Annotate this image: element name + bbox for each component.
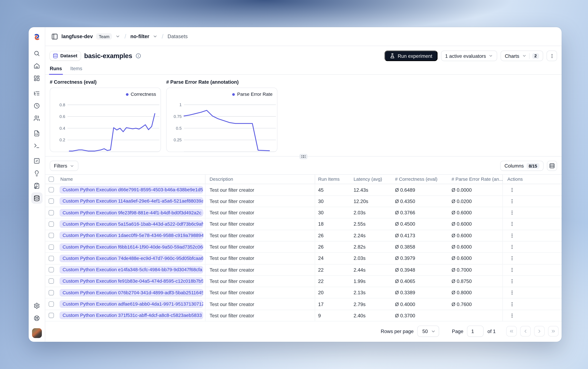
breadcrumb-section[interactable]: Datasets <box>167 34 188 39</box>
row-checkbox[interactable] <box>49 267 54 272</box>
table-row[interactable]: Custom Python Execution 1daec0f9-5e78-43… <box>45 230 562 242</box>
table-row[interactable]: Custom Python Execution 9fe23f98-881e-44… <box>45 207 562 219</box>
run-name-link[interactable]: Custom Python Execution 076b2704-341d-48… <box>60 289 203 297</box>
row-checkbox[interactable] <box>49 278 54 284</box>
filters-button[interactable]: Filters <box>50 161 78 171</box>
table-row[interactable]: Custom Python Execution f6bb1614-1f90-40… <box>45 241 562 253</box>
last-page-button[interactable] <box>548 326 559 337</box>
sidebar-item-support[interactable] <box>31 312 42 324</box>
breadcrumb-project[interactable]: no-filter <box>130 34 149 39</box>
row-actions-button[interactable] <box>507 242 517 252</box>
table-row[interactable]: Custom Python Execution 114aa9ef-29e6-4e… <box>45 196 562 207</box>
sidebar-item-evaluators[interactable] <box>31 155 42 166</box>
table-row[interactable]: Custom Python Execution fe91b83e-04a5-47… <box>45 276 562 287</box>
row-height-button[interactable] <box>547 161 557 171</box>
next-page-button[interactable] <box>534 326 545 337</box>
run-experiment-button[interactable]: Run experiment <box>384 51 438 61</box>
breadcrumb-org[interactable]: langfuse-dev <box>61 34 93 39</box>
columns-button[interactable]: Columns 8/15 <box>500 161 544 171</box>
row-checkbox[interactable] <box>49 256 54 261</box>
run-name-link[interactable]: Custom Python Execution f6bb1614-1f90-40… <box>60 243 203 251</box>
panel-left-toggle-icon[interactable] <box>51 33 58 40</box>
row-checkbox[interactable] <box>49 301 54 307</box>
row-actions-button[interactable] <box>507 231 517 240</box>
table-row[interactable]: Custom Python Execution 076b2704-341d-48… <box>45 287 562 299</box>
active-evaluators-button[interactable]: 1 active evaluators <box>441 51 497 61</box>
section-divider <box>45 156 562 156</box>
row-checkbox[interactable] <box>49 210 54 215</box>
row-checkbox[interactable] <box>49 221 54 227</box>
row-actions-button[interactable] <box>507 185 517 195</box>
kebab-menu-icon <box>509 256 515 261</box>
sidebar-item-search[interactable] <box>31 48 42 59</box>
row-actions-button[interactable] <box>507 288 517 297</box>
sidebar-item-playground[interactable] <box>31 140 42 151</box>
chart-title: # Correctness (eval) <box>50 79 161 85</box>
row-actions-button[interactable] <box>507 219 517 229</box>
row-checkbox[interactable] <box>49 244 54 250</box>
sidebar-item-tracing[interactable] <box>31 87 42 99</box>
row-checkbox[interactable] <box>49 199 54 204</box>
chevron-down-icon[interactable] <box>153 34 157 39</box>
kebab-menu-icon <box>509 301 515 307</box>
info-icon[interactable] <box>136 53 141 59</box>
row-actions-button[interactable] <box>507 300 517 309</box>
row-actions-button[interactable] <box>507 265 517 274</box>
page-title: basic-examples <box>84 52 132 60</box>
row-checkbox[interactable] <box>49 233 54 238</box>
table-row[interactable]: Custom Python Execution 371f531c-abff-4d… <box>45 310 562 321</box>
page-number-input[interactable] <box>467 326 484 337</box>
run-name-link[interactable]: Custom Python Execution 371f531c-abff-4d… <box>60 312 203 319</box>
sidebar-item-sessions[interactable] <box>31 100 42 111</box>
resize-drag-handle[interactable] <box>300 154 307 159</box>
run-name-link[interactable]: Custom Python Execution 5a15a616-1bab-44… <box>60 220 203 228</box>
run-name-link[interactable]: Custom Python Execution adfae619-abb0-4d… <box>60 300 203 308</box>
select-all-checkbox[interactable] <box>49 177 54 182</box>
sidebar-item-insights[interactable] <box>31 168 42 179</box>
run-name-link[interactable]: Custom Python Execution e14fa348-5cfc-49… <box>60 266 203 274</box>
run-name-link[interactable]: Custom Python Execution d66e7991-8595-45… <box>60 186 203 194</box>
page-more-actions-button[interactable] <box>547 51 557 61</box>
row-checkbox[interactable] <box>49 290 54 295</box>
sidebar-item-prompts[interactable] <box>31 127 42 139</box>
kebab-menu-icon <box>509 313 515 318</box>
run-name-link[interactable]: Custom Python Execution 114aa9ef-29e6-4e… <box>60 197 203 205</box>
row-actions-button[interactable] <box>507 197 517 206</box>
first-page-button[interactable] <box>506 326 517 337</box>
sidebar-item-home[interactable] <box>31 60 42 71</box>
sidebar-item-annotation[interactable] <box>31 180 42 191</box>
user-avatar[interactable] <box>32 328 42 338</box>
langfuse-logo[interactable] <box>33 33 41 41</box>
run-name-link[interactable]: Custom Python Execution 1daec0f9-5e78-43… <box>60 232 203 239</box>
tab-items[interactable]: Items <box>70 66 82 74</box>
chevron-down-icon <box>489 53 493 58</box>
run-name-link[interactable]: Custom Python Execution fe91b83e-04a5-47… <box>60 277 203 285</box>
run-latency: 1.99s <box>351 278 392 284</box>
sidebar-item-users[interactable] <box>31 113 42 124</box>
chart-title: # Parse Error Rate (annotation) <box>166 79 277 85</box>
run-name-link[interactable]: Custom Python Execution 9fe23f98-881e-44… <box>60 209 203 216</box>
table-row[interactable]: Custom Python Execution 5a15a616-1bab-44… <box>45 219 562 230</box>
run-correctness: Ø 0.3389 <box>392 290 449 296</box>
run-name-link[interactable]: Custom Python Execution 74de488e-ec9d-47… <box>60 255 203 262</box>
table-row[interactable]: Custom Python Execution d66e7991-8595-45… <box>45 184 562 196</box>
tab-runs[interactable]: Runs <box>50 66 62 74</box>
row-checkbox[interactable] <box>49 187 54 193</box>
table-row[interactable]: Custom Python Execution 74de488e-ec9d-47… <box>45 253 562 264</box>
row-checkbox[interactable] <box>49 313 54 318</box>
rows-per-page-select[interactable]: 50 <box>417 326 439 337</box>
table-row[interactable]: Custom Python Execution e14fa348-5cfc-49… <box>45 264 562 276</box>
charts-toggle-button[interactable]: Charts 2 <box>501 51 543 61</box>
row-actions-button[interactable] <box>507 254 517 263</box>
previous-page-button[interactable] <box>520 326 531 337</box>
sidebar-item-dashboards[interactable] <box>31 72 42 84</box>
row-actions-button[interactable] <box>507 311 517 320</box>
chevron-down-icon[interactable] <box>116 34 120 39</box>
table-row[interactable]: Custom Python Execution adfae619-abb0-4d… <box>45 298 562 310</box>
sidebar-item-datasets[interactable] <box>31 192 42 204</box>
run-correctness: Ø 0.3979 <box>392 256 449 261</box>
sidebar-item-settings[interactable] <box>31 300 42 311</box>
row-actions-button[interactable] <box>507 208 517 217</box>
row-actions-button[interactable] <box>507 277 517 286</box>
run-parse-error-rate: Ø 0.6000 <box>449 241 503 252</box>
